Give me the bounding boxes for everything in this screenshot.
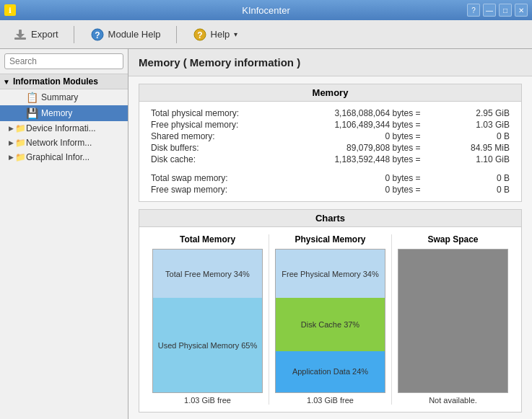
sidebar: ▼ Information Modules 📋 Summary 💾 Memory… (0, 49, 128, 419)
row-value: 1,183,592,448 bytes = (305, 154, 421, 164)
information-modules-header[interactable]: ▼ Information Modules (0, 74, 128, 89)
chart-title: Total Memory (180, 234, 235, 244)
search-input[interactable] (4, 53, 123, 69)
chart-title: Swap Space (427, 234, 478, 244)
help-button[interactable]: ? (467, 4, 480, 17)
memory-info-section: Memory Total physical memory: 3,168,088,… (139, 84, 522, 202)
phys-app-segment: Application Data 24% (276, 351, 385, 392)
content-area: Memory ( Memory information ) Memory Tot… (128, 49, 532, 419)
phys-cache-segment: Disk Cache 37% (276, 298, 385, 350)
arrow-icon: ▶ (9, 154, 14, 161)
module-help-icon: ? (90, 27, 105, 43)
row-label: Disk buffers: (151, 143, 266, 153)
maximize-button[interactable]: □ (499, 4, 512, 17)
physical-memory-bar: Free Physical Memory 34% Disk Cache 37% … (275, 249, 385, 393)
row-unit: 84.95 MiB (459, 143, 510, 153)
help-dropdown-button[interactable]: ? Help ▾ (186, 23, 245, 46)
memory-table: Total physical memory: 3,168,088,064 byt… (139, 102, 521, 201)
help-dropdown-arrow: ▾ (234, 30, 237, 38)
sidebar-item-summary[interactable]: 📋 Summary (0, 89, 128, 105)
swap-space-chart: Swap Space Not available. (392, 234, 514, 405)
network-icon: 📁 (15, 138, 26, 148)
row-label: Free swap memory: (151, 185, 266, 195)
chevron-down-icon: ▼ (3, 78, 10, 86)
row-label: Disk cache: (151, 154, 266, 164)
row-unit: 0 B (459, 131, 510, 141)
memory-row-shared: Shared memory: 0 bytes = 0 B (151, 131, 510, 142)
row-value: 0 bytes = (305, 185, 421, 195)
svg-text:?: ? (95, 30, 100, 40)
close-button[interactable]: ✕ (515, 4, 528, 17)
swap-unavailable-segment (398, 250, 507, 392)
physical-memory-chart: Physical Memory Free Physical Memory 34%… (269, 234, 392, 405)
total-memory-bar: Total Free Memory 34% Used Physical Memo… (152, 249, 263, 393)
page-title: Memory ( Memory information ) (128, 49, 532, 76)
sidebar-item-graphical[interactable]: ▶ 📁 Graphical Infor... (0, 150, 128, 164)
row-unit: 1.03 GiB (459, 120, 510, 130)
row-label: Free physical memory: (151, 120, 266, 130)
arrow-icon: ▶ (9, 125, 14, 132)
sidebar-item-network[interactable]: ▶ 📁 Network Inform... (0, 136, 128, 150)
titlebar: ℹ KInfocenter ? — □ ✕ (0, 0, 532, 20)
row-unit: 0 B (459, 185, 510, 195)
row-unit: 1.10 GiB (459, 154, 510, 164)
arrow-icon: ▶ (9, 139, 14, 146)
app-icon: ℹ (4, 4, 16, 16)
chart-footer: Not available. (429, 396, 477, 405)
memory-row-total-physical: Total physical memory: 3,168,088,064 byt… (151, 107, 510, 119)
minimize-button[interactable]: — (483, 4, 496, 17)
total-used-segment: Used Physical Memory 65% (153, 298, 262, 392)
memory-row-total-swap: Total swap memory: 0 bytes = 0 B (151, 172, 510, 184)
row-unit: 2.95 GiB (459, 108, 510, 118)
chart-footer: 1.03 GiB free (307, 396, 354, 405)
memory-row-disk-cache: Disk cache: 1,183,592,448 bytes = 1.10 G… (151, 154, 510, 165)
chart-title: Physical Memory (295, 234, 365, 244)
memory-section-heading: Memory (139, 84, 521, 102)
row-value: 0 bytes = (305, 173, 421, 183)
row-label: Total physical memory: (151, 108, 266, 118)
main-layout: ▼ Information Modules 📋 Summary 💾 Memory… (0, 49, 532, 419)
svg-text:?: ? (197, 30, 202, 40)
export-button[interactable]: Export (6, 23, 65, 46)
memory-row-disk-buffers: Disk buffers: 89,079,808 bytes = 84.95 M… (151, 142, 510, 154)
memory-row-free-swap: Free swap memory: 0 bytes = 0 B (151, 184, 510, 195)
row-label: Total swap memory: (151, 173, 266, 183)
charts-heading: Charts (139, 210, 521, 227)
row-unit: 0 B (459, 173, 510, 183)
row-value: 3,168,088,064 bytes = (305, 108, 421, 118)
total-memory-chart: Total Memory Total Free Memory 34% Used … (147, 234, 269, 405)
toolbar: Export ? Module Help ? Help ▾ (0, 20, 532, 49)
total-free-segment: Total Free Memory 34% (153, 250, 262, 298)
separator2 (176, 26, 177, 43)
folder-icon: 📁 (15, 123, 26, 133)
graphical-icon: 📁 (15, 152, 26, 162)
row-value: 0 bytes = (305, 131, 421, 141)
titlebar-title: KInfocenter (242, 5, 290, 16)
memory-row-free-physical: Free physical memory: 1,106,489,344 byte… (151, 119, 510, 131)
row-value: 1,106,489,344 bytes = (305, 120, 421, 130)
chart-footer: 1.03 GiB free (184, 396, 231, 405)
charts-section: Charts Total Memory Total Free Memory 34… (139, 209, 522, 413)
swap-bar (398, 249, 508, 393)
sidebar-item-device[interactable]: ▶ 📁 Device Informati... (0, 121, 128, 136)
memory-icon: 💾 (26, 107, 38, 119)
titlebar-controls: ? — □ ✕ (467, 4, 528, 17)
row-value: 89,079,808 bytes = (305, 143, 421, 153)
help-icon: ? (192, 27, 208, 43)
spacer (151, 165, 510, 172)
module-help-button[interactable]: ? Module Help (83, 23, 167, 46)
export-icon (12, 27, 28, 43)
charts-container: Total Memory Total Free Memory 34% Used … (139, 227, 521, 412)
phys-free-segment: Free Physical Memory 34% (276, 250, 385, 298)
titlebar-left: ℹ (4, 4, 16, 16)
separator (74, 26, 74, 43)
sidebar-item-memory[interactable]: 💾 Memory (0, 105, 128, 121)
folder-icon: 📋 (26, 92, 38, 103)
row-label: Shared memory: (151, 131, 266, 141)
